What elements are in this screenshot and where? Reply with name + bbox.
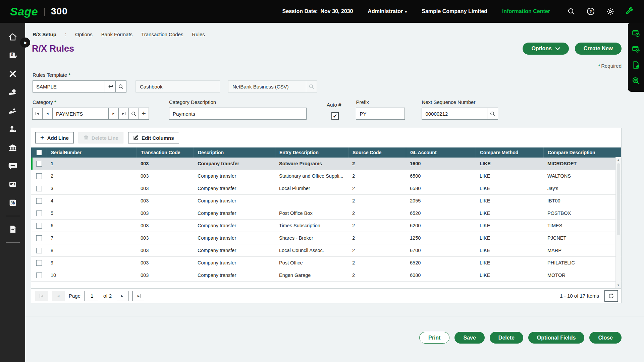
save-button[interactable]: Save — [454, 332, 484, 344]
table-row[interactable]: 6003Company transferTimes Subscription26… — [31, 220, 621, 232]
create-new-button[interactable]: Create New — [575, 43, 622, 55]
next-record-button[interactable]: ► — [108, 108, 119, 120]
column-header-compare_method[interactable]: Compare Method — [476, 147, 543, 158]
bank-icon[interactable] — [7, 142, 18, 153]
prefix-input[interactable] — [356, 108, 405, 120]
column-header-gl_account[interactable]: GL Account — [406, 147, 476, 158]
breadcrumb-item-options[interactable]: Options — [75, 32, 93, 37]
table-row[interactable]: 4003Company transfer22055LIKEIBT00 — [31, 195, 621, 207]
search-icon[interactable] — [567, 7, 576, 16]
customize-wrench-icon[interactable] — [625, 7, 634, 16]
category-input[interactable] — [52, 108, 109, 120]
product-name: 300 — [51, 6, 68, 17]
row-checkbox[interactable] — [36, 273, 42, 278]
options-button[interactable]: Options — [523, 43, 569, 55]
cell-gl_account: 1250 — [406, 235, 476, 241]
go-enter-button[interactable] — [105, 80, 116, 93]
cell-gl_account: 6580 — [406, 186, 476, 191]
help-icon[interactable]: ? — [586, 7, 595, 16]
table-row[interactable]: 7003Company transferShares - Broker21250… — [31, 232, 621, 244]
inquiry-eye-icon[interactable] — [631, 76, 641, 85]
cell-transaction_code: 003 — [137, 161, 194, 166]
category-description-input[interactable] — [169, 108, 307, 120]
row-checkbox[interactable] — [36, 210, 42, 216]
print-button[interactable]: Print — [419, 332, 449, 344]
window-favorites-icon[interactable] — [631, 45, 641, 54]
row-checkbox[interactable] — [36, 260, 42, 266]
close-x-icon[interactable] — [7, 68, 18, 79]
table-row[interactable]: 9003Company transferPost Office26520LIKE… — [31, 257, 621, 269]
home-icon[interactable] — [7, 32, 18, 42]
next-sequence-input[interactable] — [422, 108, 487, 120]
information-center-link[interactable]: Information Center — [502, 8, 550, 14]
rules-template-input[interactable] — [33, 80, 105, 93]
breadcrumb-item-rules[interactable]: Rules — [192, 32, 205, 37]
items-count-text: 1 - 10 of 17 Items — [560, 293, 599, 299]
table-row[interactable]: 1003Company transferSotware Programs2160… — [31, 158, 621, 170]
next-page-button[interactable]: ► — [116, 291, 128, 301]
settings-gear-icon[interactable] — [606, 7, 614, 16]
refresh-button[interactable] — [604, 290, 618, 302]
sidebar-collapse-handle[interactable]: ▶ — [20, 38, 30, 48]
delete-button[interactable]: Delete — [490, 332, 523, 344]
cell-serial: 10 — [47, 273, 137, 278]
table-scrollbar[interactable]: ▲ ▼ — [615, 157, 621, 288]
report-document-icon[interactable] — [7, 224, 18, 235]
rules-template-search-button[interactable] — [115, 80, 126, 93]
invoice-card-icon[interactable]: $ — [7, 179, 18, 190]
scrollbar-thumb[interactable] — [617, 163, 620, 235]
svg-text:$: $ — [11, 53, 13, 57]
table-row[interactable]: 10003Company transferEngen Garage26080LI… — [31, 269, 621, 282]
breadcrumb-item-bank-formats[interactable]: Bank Formats — [101, 32, 132, 37]
row-checkbox[interactable] — [36, 223, 42, 229]
row-checkbox[interactable] — [36, 198, 42, 204]
row-checkbox[interactable] — [36, 186, 42, 191]
finance-document-icon[interactable]: $ — [7, 50, 18, 61]
row-checkbox[interactable] — [36, 161, 42, 167]
table-row[interactable]: 2003Company transferStationary and Offic… — [31, 170, 621, 182]
session-date-label: Session Date: — [282, 8, 318, 14]
add-line-button[interactable]: + Add Line — [35, 132, 74, 143]
page-number-input[interactable] — [85, 291, 99, 301]
cell-compare_method: LIKE — [476, 235, 543, 241]
next-sequence-search-button[interactable] — [487, 108, 498, 120]
previous-record-button[interactable]: ◄ — [42, 108, 53, 120]
tax-percent-icon[interactable]: % — [7, 197, 18, 208]
user-menu[interactable]: Administrator▾ — [368, 8, 407, 14]
user-settings-icon[interactable] — [7, 124, 18, 134]
row-checkbox[interactable] — [36, 248, 42, 253]
cell-compare_description: WALTONS — [543, 173, 621, 179]
receivables-hand-icon[interactable] — [7, 105, 18, 116]
close-button[interactable]: Close — [589, 332, 622, 344]
session-date: Session Date:Nov 30, 2030 — [282, 8, 353, 14]
column-header-description[interactable]: Description — [194, 147, 275, 158]
scroll-up-icon[interactable]: ▲ — [617, 157, 620, 163]
window-history-icon[interactable] — [631, 29, 641, 38]
last-page-button[interactable]: ► — [132, 291, 145, 301]
category-search-button[interactable] — [128, 108, 139, 120]
column-header-source_code[interactable]: Source Code — [348, 147, 406, 158]
column-header-entry_description[interactable]: Entry Description — [275, 147, 348, 158]
report-export-icon[interactable] — [631, 60, 641, 70]
optional-fields-button[interactable]: Optional Fields — [528, 332, 585, 344]
cell-gl_account: 6200 — [406, 223, 476, 228]
column-header-serial[interactable]: SerialNumber — [47, 147, 137, 158]
column-header-compare_description[interactable]: Compare Description — [543, 147, 621, 158]
message-key-icon[interactable] — [7, 161, 18, 171]
row-checkbox[interactable] — [36, 173, 42, 179]
breadcrumb-item-transaction-codes[interactable]: Transaction Codes — [141, 32, 183, 37]
last-record-button[interactable]: ► — [118, 108, 129, 120]
column-header-transaction_code[interactable]: Transaction Code — [137, 147, 194, 158]
table-row[interactable]: 8003Company transferLocal Council Assoc.… — [31, 244, 621, 257]
footer-actions: Print Save Delete Optional Fields Close — [25, 316, 644, 344]
payables-hand-coin-icon[interactable] — [7, 87, 18, 98]
row-checkbox[interactable] — [36, 235, 42, 241]
table-row[interactable]: 5003Company transferPost Office Box26520… — [31, 207, 621, 220]
add-category-button[interactable]: + — [139, 108, 149, 120]
scroll-down-icon[interactable]: ▼ — [617, 283, 620, 288]
table-row[interactable]: 3003Company transferLocal Plumber26580LI… — [31, 182, 621, 195]
select-all-checkbox[interactable] — [37, 150, 42, 155]
edit-columns-button[interactable]: Edit Columns — [128, 132, 179, 143]
auto-number-checkbox[interactable] — [331, 112, 339, 120]
first-record-button[interactable]: ◄ — [32, 108, 43, 120]
